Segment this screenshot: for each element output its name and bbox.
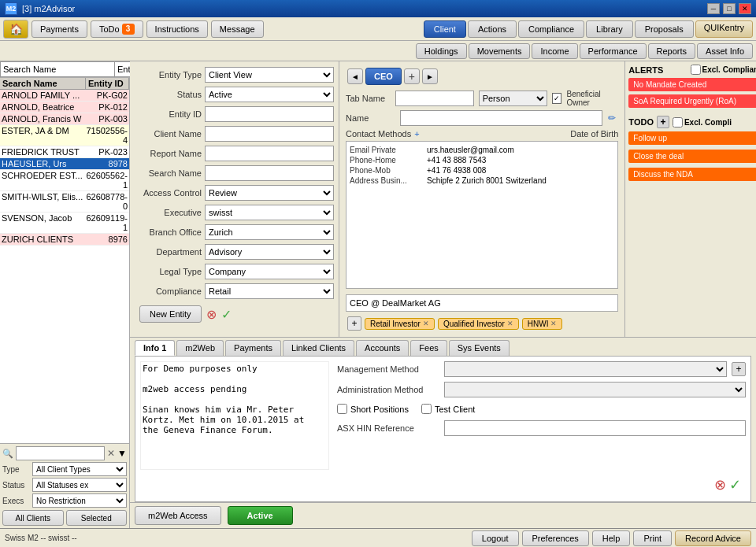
asx-hin-input[interactable] bbox=[444, 420, 746, 436]
print-button[interactable]: Print bbox=[633, 530, 672, 546]
tab-proposals[interactable]: Proposals bbox=[635, 20, 694, 38]
filter-expand-icon[interactable]: ▼ bbox=[117, 448, 127, 459]
list-item[interactable]: FRIEDRICK TRUST PK-023 bbox=[0, 146, 129, 158]
prev-ceo-button[interactable]: ◄ bbox=[347, 68, 363, 84]
search-name-input[interactable]: HAEUSLER, Urs bbox=[205, 165, 334, 181]
tab-m2web[interactable]: m2Web bbox=[176, 340, 224, 356]
tab-income[interactable]: Income bbox=[532, 43, 577, 59]
administration-method-select[interactable] bbox=[444, 382, 746, 397]
todo-button[interactable]: ToDo 3 bbox=[91, 20, 143, 38]
tab-linked-clients[interactable]: Linked Clients bbox=[283, 340, 354, 356]
tab-accounts[interactable]: Accounts bbox=[356, 340, 409, 356]
type-filter-select[interactable]: All Client Types bbox=[32, 462, 127, 476]
confirm-bottom-icon[interactable]: ✓ bbox=[729, 476, 741, 493]
tab-sys-events[interactable]: Sys Events bbox=[449, 340, 510, 356]
list-item[interactable]: ARNOLD FAMILY ... PK-G02 bbox=[0, 90, 129, 102]
list-item-selected[interactable]: HAEUSLER, Urs 8978 bbox=[0, 158, 129, 170]
close-button[interactable]: ✕ bbox=[739, 3, 751, 14]
status-select[interactable]: Active bbox=[205, 87, 334, 102]
todo-excl-checkbox[interactable] bbox=[673, 117, 683, 128]
legal-type-select[interactable]: Company bbox=[205, 264, 334, 279]
list-item[interactable]: SVENSON, Jacob 62609119-1 bbox=[0, 213, 129, 234]
tab-fees[interactable]: Fees bbox=[410, 340, 447, 356]
compliance-select[interactable]: Retail bbox=[205, 283, 334, 299]
tab-movements[interactable]: Movements bbox=[469, 43, 531, 59]
list-item[interactable]: ARNOLD, Beatrice PK-012 bbox=[0, 102, 129, 113]
tab-holdings[interactable]: Holdings bbox=[416, 43, 467, 59]
entity-id-input[interactable]: 8978 bbox=[205, 106, 334, 122]
quikentry-button[interactable]: QUIKentry bbox=[695, 20, 753, 38]
tab-payments[interactable]: Payments bbox=[225, 340, 281, 356]
confirm-icon[interactable]: ✓ bbox=[221, 307, 232, 322]
test-client-checkbox[interactable] bbox=[421, 404, 432, 414]
add-tag-button[interactable]: + bbox=[347, 316, 361, 331]
record-advice-button[interactable]: Record Advice bbox=[675, 530, 751, 546]
tab-name-input[interactable]: CEO bbox=[395, 91, 474, 106]
todo-item-close-deal[interactable]: Close the deal bbox=[628, 150, 756, 163]
tab-compliance[interactable]: Compliance bbox=[518, 20, 584, 38]
message-button[interactable]: Message bbox=[211, 20, 264, 38]
active-status-button[interactable]: Active bbox=[228, 506, 293, 525]
tab-asset-info[interactable]: Asset Info bbox=[697, 43, 753, 59]
client-name-input[interactable]: Urs Haeusler bbox=[205, 126, 334, 142]
payments-button[interactable]: Payments bbox=[32, 20, 87, 38]
home-button[interactable]: 🏠 bbox=[3, 20, 28, 39]
notes-textarea[interactable]: For Demo purposes only m2web access pend… bbox=[143, 364, 324, 466]
list-item[interactable]: SCHROEDER EST... 62605562-1 bbox=[0, 170, 129, 191]
branch-office-select[interactable]: Zurich bbox=[205, 224, 334, 240]
tab-actions[interactable]: Actions bbox=[468, 20, 517, 38]
instructions-button[interactable]: Instructions bbox=[146, 20, 208, 38]
executive-select[interactable]: swisst bbox=[205, 205, 334, 220]
list-item[interactable]: ZURICH CLIENTS 8976 bbox=[0, 234, 129, 246]
m2web-access-button[interactable]: m2Web Access bbox=[135, 506, 221, 525]
tab-info1[interactable]: Info 1 bbox=[135, 340, 175, 356]
entity-type-select[interactable]: Client View bbox=[205, 67, 334, 83]
tab-reports[interactable]: Reports bbox=[648, 43, 696, 59]
report-name-input[interactable] bbox=[205, 146, 334, 161]
beneficial-owner-checkbox[interactable]: ✓ bbox=[552, 93, 561, 104]
tag-qualified-investor[interactable]: Qualified Investor ✕ bbox=[438, 318, 519, 330]
person-type-select[interactable]: Person bbox=[479, 91, 547, 106]
add-todo-button[interactable]: + bbox=[657, 116, 669, 128]
todo-item-discuss-nda[interactable]: Discuss the NDA bbox=[628, 168, 756, 181]
search-input[interactable] bbox=[0, 61, 115, 77]
maximize-button[interactable]: □ bbox=[723, 3, 736, 14]
execs-filter-select[interactable]: No Restriction bbox=[32, 493, 127, 508]
list-item[interactable]: SMITH-WILST, Elis... 62608778-0 bbox=[0, 191, 129, 213]
tab-library[interactable]: Library bbox=[586, 20, 633, 38]
remove-retail-investor-icon[interactable]: ✕ bbox=[423, 320, 429, 327]
cancel-bottom-icon[interactable]: ⊗ bbox=[714, 476, 726, 493]
client-search-input[interactable] bbox=[16, 446, 105, 460]
tab-performance[interactable]: Performance bbox=[580, 43, 647, 59]
status-filter-select[interactable]: All Statuses ex bbox=[32, 478, 127, 492]
remove-qualified-investor-icon[interactable]: ✕ bbox=[507, 320, 513, 327]
cancel-icon[interactable]: ⊗ bbox=[206, 307, 217, 322]
add-contact-button[interactable]: + bbox=[414, 129, 419, 139]
short-positions-checkbox[interactable] bbox=[337, 404, 347, 414]
selected-button[interactable]: Selected bbox=[66, 510, 128, 526]
ceo-tab[interactable]: CEO bbox=[365, 68, 402, 85]
department-select[interactable]: Advisory bbox=[205, 244, 334, 260]
logout-button[interactable]: Logout bbox=[472, 530, 519, 546]
access-control-select[interactable]: Review bbox=[205, 185, 334, 201]
todo-item-follow-up[interactable]: Follow up bbox=[628, 131, 756, 145]
remove-hnwi-icon[interactable]: ✕ bbox=[550, 320, 557, 327]
tag-retail-investor[interactable]: Retail Investor ✕ bbox=[365, 318, 435, 330]
preferences-button[interactable]: Preferences bbox=[522, 530, 589, 546]
name-input[interactable]: Mr Urs Haeusler bbox=[400, 110, 602, 126]
edit-icon[interactable]: ✏ bbox=[606, 112, 618, 124]
next-ceo-button[interactable]: ► bbox=[422, 68, 438, 84]
list-item[interactable]: ARNOLD, Francis W PK-003 bbox=[0, 113, 129, 125]
minimize-button[interactable]: ─ bbox=[707, 3, 720, 14]
clear-icon[interactable]: ✕ bbox=[107, 448, 115, 459]
add-management-icon[interactable]: + bbox=[732, 362, 746, 376]
add-ceo-button[interactable]: + bbox=[404, 68, 420, 84]
excl-compliance-checkbox[interactable] bbox=[691, 65, 701, 75]
help-button[interactable]: Help bbox=[592, 530, 631, 546]
list-item[interactable]: ESTER, JA & DM 71502556-4 bbox=[0, 125, 129, 146]
tab-client[interactable]: Client bbox=[424, 20, 466, 38]
management-method-select[interactable] bbox=[444, 361, 727, 377]
new-entity-button[interactable]: New Entity bbox=[139, 305, 202, 323]
all-clients-button[interactable]: All Clients bbox=[2, 510, 64, 526]
tag-hnwi[interactable]: HNWI ✕ bbox=[522, 318, 563, 330]
